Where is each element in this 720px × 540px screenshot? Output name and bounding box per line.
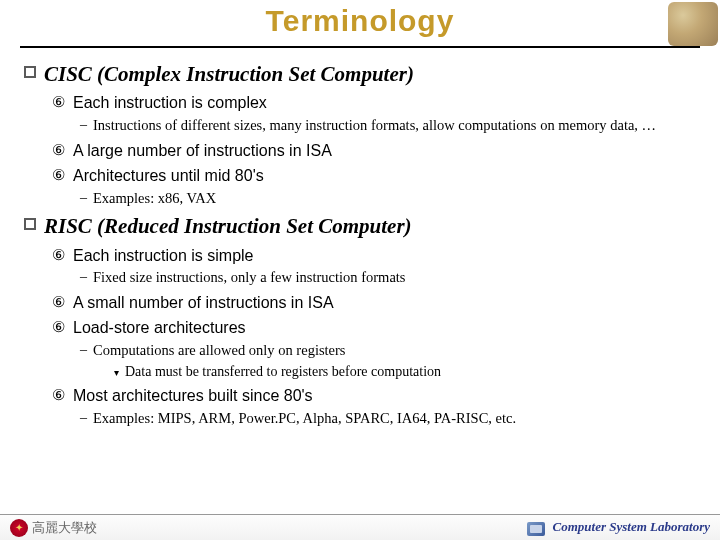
triangle-bullet-icon: ▾: [114, 366, 119, 382]
footer: ✦ 高麗大學校 Computer System Laboratory: [0, 514, 720, 540]
sub-bullet-text: Examples: x86, VAX: [93, 189, 216, 209]
circled-bullet-icon: ⑥: [52, 292, 65, 314]
sub-bullet-text: Examples: MIPS, ARM, Power.PC, Alpha, SP…: [93, 409, 516, 429]
slide: Terminology CISC (Complex Instruction Se…: [0, 0, 720, 540]
subsub-bullet-text: Data must be transferred to registers be…: [125, 363, 441, 382]
circled-bullet-icon: ⑥: [52, 245, 65, 267]
footer-right: Computer System Laboratory: [527, 519, 710, 535]
heading-text: RISC (Reduced Instruction Set Computer): [44, 212, 412, 240]
university-crest-icon: ✦: [10, 519, 28, 537]
section-heading: RISC (Reduced Instruction Set Computer): [24, 212, 696, 240]
circled-bullet-icon: ⑥: [52, 140, 65, 162]
corner-decoration: [668, 2, 718, 46]
bullet-item: ⑥ Architectures until mid 80's: [52, 165, 696, 187]
bullet-text: A small number of instructions in ISA: [73, 292, 334, 314]
bullet-item: ⑥ Most architectures built since 80's: [52, 385, 696, 407]
sub-bullet-text: Instructions of different sizes, many in…: [93, 116, 656, 136]
square-bullet-icon: [24, 218, 36, 230]
bullet-item: ⑥ Each instruction is simple: [52, 245, 696, 267]
bullet-text: Each instruction is simple: [73, 245, 254, 267]
bullet-text: A large number of instructions in ISA: [73, 140, 332, 162]
circled-bullet-icon: ⑥: [52, 165, 65, 187]
sub-bullet-item: – Computations are allowed only on regis…: [80, 341, 696, 361]
bullet-text: Load-store architectures: [73, 317, 246, 339]
sub-bullet-text: Fixed size instructions, only a few inst…: [93, 268, 406, 288]
dash-bullet-icon: –: [80, 116, 87, 136]
circled-bullet-icon: ⑥: [52, 385, 65, 407]
bullet-item: ⑥ A small number of instructions in ISA: [52, 292, 696, 314]
lab-name: Computer System Laboratory: [553, 519, 710, 534]
section-heading: CISC (Complex Instruction Set Computer): [24, 60, 696, 88]
bullet-item: ⑥ Each instruction is complex: [52, 92, 696, 114]
square-bullet-icon: [24, 66, 36, 78]
slide-title: Terminology: [20, 0, 700, 38]
subsub-bullet-item: ▾ Data must be transferred to registers …: [114, 363, 696, 382]
bullet-item: ⑥ A large number of instructions in ISA: [52, 140, 696, 162]
sub-bullet-text: Computations are allowed only on registe…: [93, 341, 346, 361]
sub-bullet-item: – Examples: x86, VAX: [80, 189, 696, 209]
heading-text: CISC (Complex Instruction Set Computer): [44, 60, 414, 88]
lab-icon: [527, 522, 545, 536]
dash-bullet-icon: –: [80, 409, 87, 429]
sub-bullet-item: – Examples: MIPS, ARM, Power.PC, Alpha, …: [80, 409, 696, 429]
university-name: 高麗大學校: [32, 519, 97, 537]
bullet-item: ⑥ Load-store architectures: [52, 317, 696, 339]
sub-bullet-item: – Instructions of different sizes, many …: [80, 116, 696, 136]
title-bar: Terminology: [20, 0, 700, 48]
dash-bullet-icon: –: [80, 268, 87, 288]
bullet-text: Each instruction is complex: [73, 92, 267, 114]
circled-bullet-icon: ⑥: [52, 317, 65, 339]
bullet-text: Most architectures built since 80's: [73, 385, 313, 407]
dash-bullet-icon: –: [80, 189, 87, 209]
bullet-text: Architectures until mid 80's: [73, 165, 264, 187]
slide-content: CISC (Complex Instruction Set Computer) …: [0, 48, 720, 429]
dash-bullet-icon: –: [80, 341, 87, 361]
sub-bullet-item: – Fixed size instructions, only a few in…: [80, 268, 696, 288]
footer-left: ✦ 高麗大學校: [10, 519, 97, 537]
circled-bullet-icon: ⑥: [52, 92, 65, 114]
